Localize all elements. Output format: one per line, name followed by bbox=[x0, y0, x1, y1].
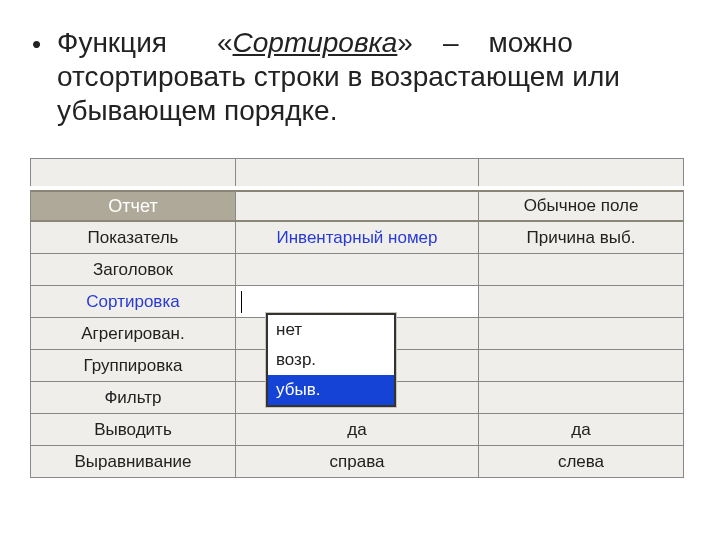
table-row: Выравнивание справа слева bbox=[30, 446, 690, 478]
bullet-icon: • bbox=[32, 26, 41, 62]
cell-b6[interactable]: да bbox=[236, 414, 479, 446]
sort-option-none[interactable]: нет bbox=[268, 315, 394, 345]
text-caret-icon bbox=[241, 291, 242, 313]
word-sortirovka: Сортировка bbox=[233, 27, 398, 58]
cell-c6[interactable]: да bbox=[479, 414, 684, 446]
row-label-pokazatel: Показатель bbox=[30, 222, 236, 254]
bullet-text: Функция«Сортировка»–можно отсортировать … bbox=[57, 26, 620, 128]
cell-c4[interactable] bbox=[479, 350, 684, 382]
header-usualfield: Обычное поле bbox=[479, 190, 684, 222]
header-report: Отчет bbox=[30, 190, 236, 222]
table-header-row: Отчет Обычное поле bbox=[30, 190, 690, 222]
bullet-line2: отсортировать строки в возрастающем или bbox=[57, 61, 620, 92]
table-row: Выводить да да bbox=[30, 414, 690, 446]
cell-b7[interactable]: справа bbox=[236, 446, 479, 478]
cell-c5[interactable] bbox=[479, 382, 684, 414]
header-blank bbox=[236, 190, 479, 222]
table-screenshot: Отчет Обычное поле Показатель Инвентарны… bbox=[30, 158, 690, 478]
quote-open: « bbox=[217, 27, 233, 58]
cell-c-sort[interactable] bbox=[479, 286, 684, 318]
slide-body: • Функция«Сортировка»–можно отсортироват… bbox=[0, 0, 720, 128]
cell-b1[interactable] bbox=[236, 254, 479, 286]
table-toprow bbox=[30, 158, 690, 190]
bullet-line3: убывающем порядке. bbox=[57, 95, 337, 126]
cell-c3[interactable] bbox=[479, 318, 684, 350]
row-label-filtr: Фильтр bbox=[30, 382, 236, 414]
sort-option-desc[interactable]: убыв. bbox=[268, 375, 394, 405]
cell-c7[interactable]: слева bbox=[479, 446, 684, 478]
dash: – bbox=[443, 27, 459, 58]
cell-reason[interactable]: Причина выб. bbox=[479, 222, 684, 254]
sort-option-asc[interactable]: возр. bbox=[268, 345, 394, 375]
quote-close: » bbox=[397, 27, 413, 58]
table-row: Показатель Инвентарный номер Причина выб… bbox=[30, 222, 690, 254]
cell-inv-number[interactable]: Инвентарный номер bbox=[236, 222, 479, 254]
row-label-vyvodit: Выводить bbox=[30, 414, 236, 446]
row-label-gruppirovka: Группировка bbox=[30, 350, 236, 382]
word-function: Функция bbox=[57, 27, 167, 58]
row-label-sortirovka: Сортировка bbox=[30, 286, 236, 318]
sort-dropdown[interactable]: нет возр. убыв. bbox=[266, 313, 396, 407]
word-rest1: можно bbox=[489, 27, 573, 58]
row-label-zagolovok: Заголовок bbox=[30, 254, 236, 286]
cell-c1[interactable] bbox=[479, 254, 684, 286]
table-row: Заголовок bbox=[30, 254, 690, 286]
row-label-agregirovan: Агрегирован. bbox=[30, 318, 236, 350]
row-label-vyravnivanie: Выравнивание bbox=[30, 446, 236, 478]
